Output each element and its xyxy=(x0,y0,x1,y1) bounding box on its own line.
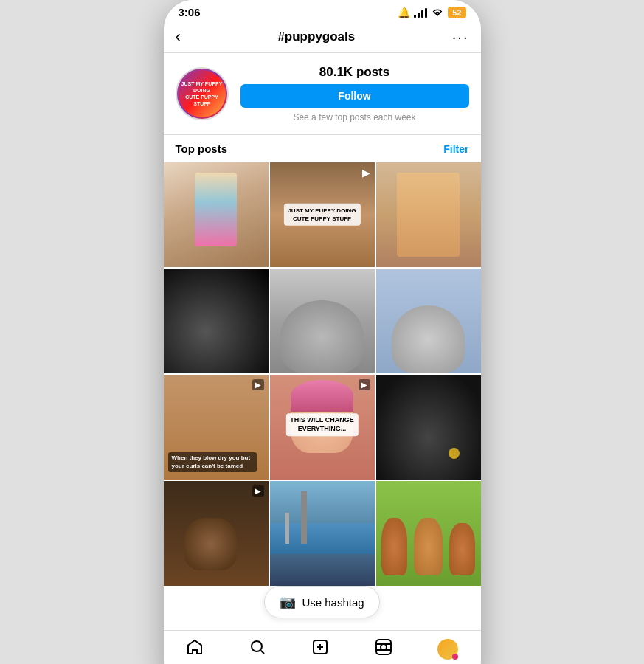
more-options-button[interactable]: ··· xyxy=(452,29,469,46)
notification-dot xyxy=(452,654,458,660)
overlay-text-8: THIS WILL CHANGEEVERYTHING... xyxy=(285,413,358,436)
grid-item-8[interactable]: ▶ THIS WILL CHANGEEVERYTHING... xyxy=(270,375,375,480)
avatar: JUST MY PUPPY DOINGCUTE PUPPYSTUFF xyxy=(176,67,229,120)
back-button[interactable]: ‹ xyxy=(176,27,181,46)
posts-count-value: 80.1K xyxy=(319,65,353,79)
add-icon xyxy=(311,638,329,660)
battery-badge: 52 xyxy=(448,7,465,18)
grid-item-2[interactable]: ▶ JUST MY PUPPY DOINGCUTE PUPPY STUFF xyxy=(270,162,375,267)
use-hashtag-label: Use hashtag xyxy=(302,596,364,609)
filter-button[interactable]: Filter xyxy=(443,143,468,155)
follow-button[interactable]: Follow xyxy=(240,84,469,108)
posts-grid: ▶ JUST MY PUPPY DOINGCUTE PUPPY STUFF xyxy=(164,162,481,586)
nav-reels[interactable] xyxy=(375,638,392,660)
video-icon-7: ▶ xyxy=(252,379,264,390)
signal-bars-icon xyxy=(414,7,427,18)
posts-count-label: posts xyxy=(356,65,389,79)
status-time: 3:06 xyxy=(179,6,201,18)
page-title: #puppygoals xyxy=(277,30,355,44)
bottom-nav xyxy=(164,630,481,664)
grid-item-9[interactable]: ▶ xyxy=(376,375,481,480)
nav-home[interactable] xyxy=(186,638,204,660)
grid-item-11[interactable] xyxy=(270,481,375,586)
nav-search[interactable] xyxy=(249,638,266,660)
nav-add[interactable] xyxy=(311,638,329,660)
grid-item-10[interactable]: ▶ xyxy=(164,481,269,586)
camera-icon: 📷 xyxy=(280,594,296,610)
grid-item-4[interactable] xyxy=(164,269,269,373)
avatar-text: JUST MY PUPPY DOINGCUTE PUPPYSTUFF xyxy=(181,80,223,107)
use-hashtag-button[interactable]: 📷 Use hashtag xyxy=(264,586,379,618)
nav-bar: ‹ #puppygoals ··· xyxy=(164,21,481,53)
reels-icon xyxy=(375,638,392,660)
overlay-text-2: JUST MY PUPPY DOINGCUTE PUPPY STUFF xyxy=(283,204,360,226)
grid-item-12[interactable] xyxy=(376,481,481,586)
see-top-posts-text: See a few top posts each week xyxy=(240,112,469,122)
phone-frame: 3:06 🔔 52 ‹ #puppygoals ··· JUST xyxy=(164,0,481,664)
avatar-inner: JUST MY PUPPY DOINGCUTE PUPPYSTUFF xyxy=(179,70,226,117)
grid-item-7[interactable]: ▶ When they blow dry you but your curls … xyxy=(164,375,269,480)
video-icon-8: ▶ xyxy=(359,379,370,390)
status-bar: 3:06 🔔 52 xyxy=(164,0,481,21)
overlay-text-7: When they blow dry you but your curls ca… xyxy=(168,452,257,472)
grid-item-5[interactable] xyxy=(270,269,375,373)
top-posts-header: Top posts Filter xyxy=(164,134,481,162)
video-icon-10: ▶ xyxy=(252,485,264,497)
wifi-icon xyxy=(431,7,444,18)
video-icon-2: ▶ xyxy=(362,167,370,179)
grid-item-6[interactable] xyxy=(376,269,481,373)
status-icons: 🔔 52 xyxy=(398,7,465,18)
top-posts-label: Top posts xyxy=(176,142,228,155)
grid-item-3[interactable] xyxy=(376,162,481,267)
svg-rect-5 xyxy=(376,640,391,654)
profile-section: JUST MY PUPPY DOINGCUTE PUPPYSTUFF 80.1K… xyxy=(164,53,481,134)
use-hashtag-bar: 📷 Use hashtag xyxy=(164,586,481,630)
svg-point-6 xyxy=(381,644,387,650)
svg-line-1 xyxy=(261,651,265,654)
nav-profile[interactable] xyxy=(437,639,458,660)
grid-item-1[interactable] xyxy=(164,162,269,267)
notification-bell-icon: 🔔 xyxy=(398,7,410,18)
home-icon xyxy=(186,638,204,660)
profile-info: 80.1K posts Follow See a few top posts e… xyxy=(240,65,469,122)
svg-point-0 xyxy=(252,641,262,651)
posts-count: 80.1K posts xyxy=(240,65,469,80)
search-icon xyxy=(249,638,266,660)
